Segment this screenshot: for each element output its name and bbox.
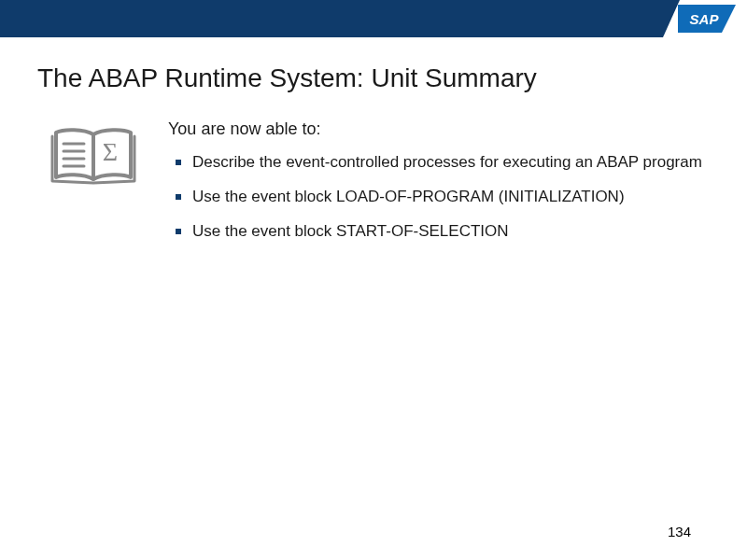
- open-book-icon: Σ: [47, 125, 159, 190]
- header-bar: SAP: [0, 0, 747, 37]
- bullet-list: Describe the event-controlled processes …: [168, 152, 710, 243]
- list-item: Use the event block START-OF-SELECTION: [176, 221, 710, 243]
- intro-text: You are now able to:: [168, 119, 710, 139]
- logo-text: SAP: [690, 11, 719, 27]
- svg-text:Σ: Σ: [103, 137, 118, 166]
- logo-inner: SAP: [678, 5, 736, 33]
- content-area: Σ You are now able to: Describe the even…: [0, 110, 747, 256]
- logo-bg: SAP: [663, 0, 747, 37]
- page-number: 134: [668, 524, 691, 539]
- logo-container: SAP: [663, 0, 747, 37]
- text-column: You are now able to: Describe the event-…: [159, 119, 710, 256]
- page-title: The ABAP Runtime System: Unit Summary: [0, 37, 747, 110]
- icon-column: Σ: [47, 119, 159, 256]
- list-item: Use the event block LOAD-OF-PROGRAM (INI…: [176, 187, 710, 208]
- list-item: Describe the event-controlled processes …: [176, 152, 710, 174]
